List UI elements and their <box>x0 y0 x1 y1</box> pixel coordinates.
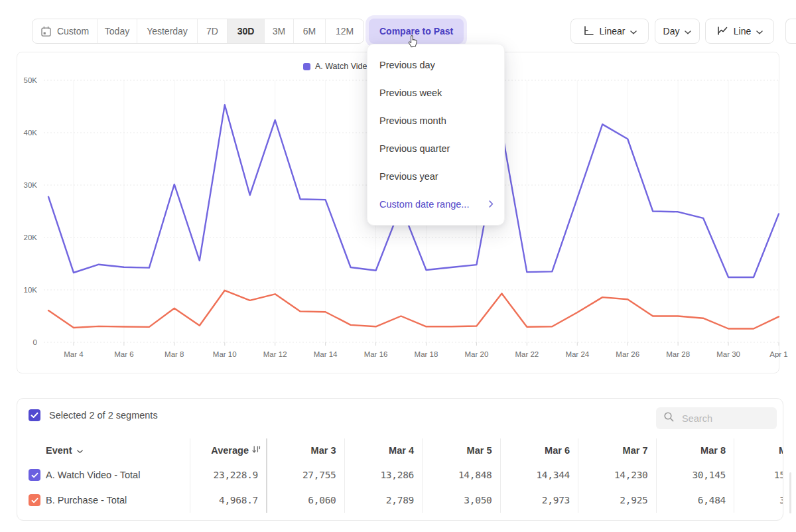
preset-30d[interactable]: 30D <box>228 19 265 43</box>
svg-text:Mar 30: Mar 30 <box>716 350 740 358</box>
cell-value: 2,789 <box>345 488 423 513</box>
svg-text:50K: 50K <box>24 76 38 84</box>
preset-today[interactable]: Today <box>98 19 137 43</box>
svg-text:Mar 14: Mar 14 <box>314 350 338 358</box>
svg-text:Mar 26: Mar 26 <box>616 350 639 358</box>
event-column-header[interactable]: Event <box>17 438 190 462</box>
cell-value-clipped: 15, <box>734 462 783 488</box>
menu-item-previous-week[interactable]: Previous week <box>367 79 504 107</box>
event-header-label: Event <box>46 445 72 456</box>
cell-value: 2,925 <box>578 488 656 513</box>
svg-text:Apr 1: Apr 1 <box>769 350 788 358</box>
axis-scale-icon <box>582 25 594 38</box>
svg-text:Mar 12: Mar 12 <box>263 350 287 358</box>
table-scrollbar[interactable] <box>789 472 791 513</box>
date-column-header: Mar 7 <box>578 438 656 462</box>
cell-value: 30,145 <box>657 462 734 488</box>
cell-value-clipped: 3, <box>734 488 783 513</box>
preset-label: Custom <box>57 26 89 36</box>
table-column: Mar 327,7556,060 <box>266 438 344 513</box>
table-column: Mar 830,1456,484 <box>656 438 734 513</box>
cell-value: 14,848 <box>423 462 500 488</box>
preset-12m[interactable]: 12M <box>326 19 364 43</box>
interval-label: Day <box>663 26 680 36</box>
line-chart-icon <box>716 25 728 38</box>
date-column-header: Mar 3 <box>267 438 344 462</box>
segment-row: B. Purchase - Total <box>17 488 190 513</box>
clipped-toolbar-button[interactable] <box>785 19 796 44</box>
y-axis-scale-dropdown[interactable]: Linear <box>570 19 649 44</box>
chart-type-label: Line <box>734 26 751 36</box>
segment-search <box>656 407 777 429</box>
cell-value: 3,050 <box>423 488 500 513</box>
select-all-checkbox[interactable] <box>29 409 40 421</box>
scale-label: Linear <box>600 26 626 36</box>
sort-descending-icon[interactable] <box>252 445 261 456</box>
average-column-header[interactable]: Average <box>190 438 266 462</box>
preset-6m[interactable]: 6M <box>294 19 326 43</box>
interval-dropdown[interactable]: Day <box>655 19 700 44</box>
svg-text:Mar 20: Mar 20 <box>465 350 489 358</box>
segment-checkbox[interactable] <box>29 494 40 506</box>
table-column: Mar 413,2862,789 <box>344 438 423 513</box>
cell-value: 2,973 <box>501 488 578 513</box>
segments-panel: Selected 2 of 2 segments EventA. Watch V… <box>17 398 783 521</box>
svg-text:10K: 10K <box>24 286 38 294</box>
chevron-down-icon <box>685 26 691 36</box>
date-column-header: Mar 5 <box>423 438 500 462</box>
svg-text:Mar 18: Mar 18 <box>415 350 438 358</box>
custom-range-label: Custom date range... <box>379 199 469 210</box>
average-value: 4,968.7 <box>190 488 266 513</box>
average-value: 23,228.9 <box>190 462 266 488</box>
calendar-icon <box>40 26 52 37</box>
svg-text:Mar 28: Mar 28 <box>666 350 690 358</box>
segment-checkbox[interactable] <box>29 469 40 481</box>
svg-text:Mar 8: Mar 8 <box>165 350 184 358</box>
segments-table: EventA. Watch Video - TotalB. Purchase -… <box>17 438 783 513</box>
cell-value: 14,230 <box>578 462 656 488</box>
svg-text:Mar 22: Mar 22 <box>515 350 539 358</box>
table-column: Mar 514,8483,050 <box>422 438 500 513</box>
segment-label: B. Purchase - Total <box>46 495 127 505</box>
menu-item-previous-year[interactable]: Previous year <box>367 163 504 190</box>
search-input[interactable] <box>681 413 769 425</box>
table-column: Mar 614,3442,973 <box>500 438 578 513</box>
svg-text:Mar 4: Mar 4 <box>64 350 84 358</box>
table-column: M15,3, <box>734 438 783 513</box>
segment-row: A. Watch Video - Total <box>17 462 190 488</box>
svg-text:0: 0 <box>33 338 37 346</box>
date-preset-group: CustomTodayYesterday7D30D3M6M12M <box>32 19 364 44</box>
cell-value: 6,484 <box>657 488 734 513</box>
chevron-down-icon <box>630 26 637 36</box>
chart-type-dropdown[interactable]: Line <box>705 19 774 44</box>
cell-value: 6,060 <box>267 488 344 513</box>
preset-yesterday[interactable]: Yesterday <box>137 19 198 43</box>
compare-to-past-menu: Previous dayPrevious weekPrevious monthP… <box>367 44 505 226</box>
series-line <box>48 291 779 329</box>
chevron-down-icon <box>77 445 83 456</box>
selected-segments-summary: Selected 2 of 2 segments <box>49 410 158 421</box>
svg-text:30K: 30K <box>24 181 38 189</box>
cell-value: 13,286 <box>345 462 423 488</box>
compare-to-past-button[interactable]: Compare to Past <box>369 19 464 44</box>
table-column: EventA. Watch Video - TotalB. Purchase -… <box>17 438 190 513</box>
cell-value: 14,344 <box>501 462 578 488</box>
menu-item-previous-quarter[interactable]: Previous quarter <box>367 135 504 163</box>
chevron-right-icon <box>489 199 494 210</box>
cell-value: 27,755 <box>267 462 344 488</box>
chevron-down-icon <box>756 26 763 36</box>
menu-item-previous-month[interactable]: Previous month <box>367 107 504 135</box>
date-column-header-clipped: M <box>734 438 783 462</box>
menu-item-previous-day[interactable]: Previous day <box>367 51 504 79</box>
preset-custom[interactable]: Custom <box>33 19 98 43</box>
table-column: Average23,228.94,968.7 <box>190 438 266 513</box>
svg-text:Mar 10: Mar 10 <box>213 350 237 358</box>
table-column: Mar 714,2302,925 <box>578 438 656 513</box>
preset-3m[interactable]: 3M <box>265 19 294 43</box>
svg-text:20K: 20K <box>24 233 38 241</box>
segment-label: A. Watch Video - Total <box>46 470 140 480</box>
menu-item-custom-date-range[interactable]: Custom date range... <box>367 190 504 218</box>
preset-7d[interactable]: 7D <box>198 19 228 43</box>
svg-text:Mar 16: Mar 16 <box>364 350 388 358</box>
date-column-header: Mar 6 <box>501 438 578 462</box>
